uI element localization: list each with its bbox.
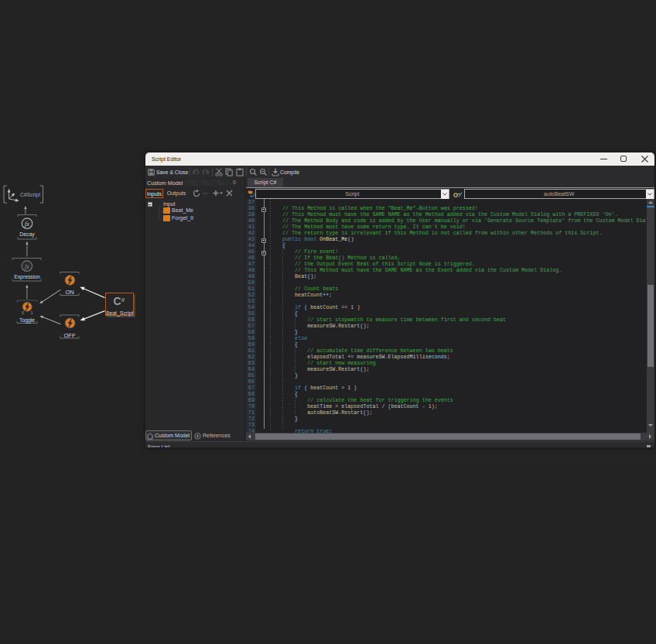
svg-text:fx: fx	[25, 221, 29, 228]
svg-text:1: 1	[30, 310, 32, 315]
svg-text:fx: fx	[25, 263, 29, 270]
svg-text:0: 0	[22, 310, 24, 315]
